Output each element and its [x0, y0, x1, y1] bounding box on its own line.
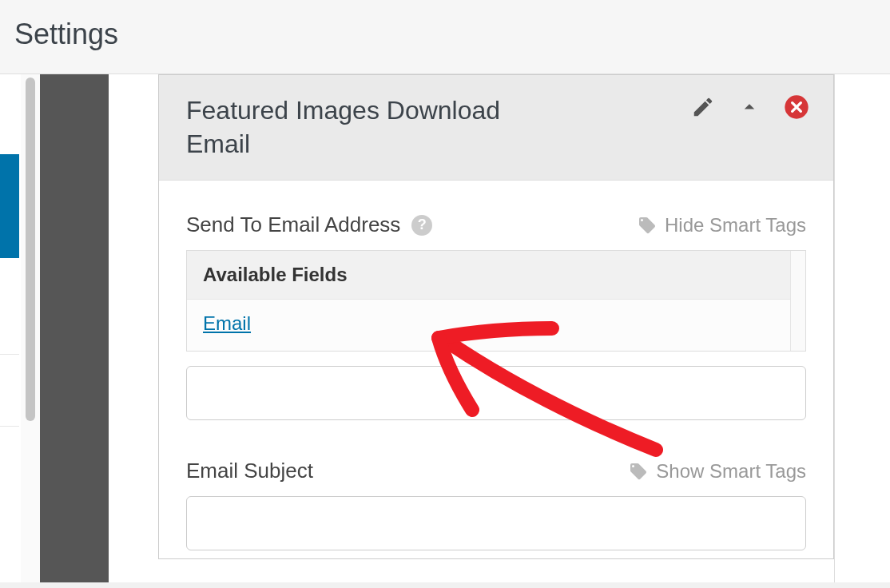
page-title: Settings: [14, 18, 876, 51]
right-gutter: [834, 74, 890, 582]
send-to-label: Send To Email Address ?: [186, 213, 432, 237]
hide-smart-tags-label: Hide Smart Tags: [665, 214, 806, 236]
hide-smart-tags-toggle[interactable]: Hide Smart Tags: [638, 214, 806, 236]
available-fields-box: Available Fields Email: [186, 250, 806, 352]
help-icon[interactable]: ?: [411, 215, 432, 236]
subject-row: Email Subject Show Smart Tags: [186, 459, 806, 483]
subject-label: Email Subject: [186, 459, 313, 483]
notification-panel: Featured Images Download Email: [158, 74, 834, 559]
scrollbar-thumb[interactable]: [26, 77, 35, 421]
panel-body: Send To Email Address ? Hide Smart Tags …: [159, 181, 833, 558]
left-edge: [0, 74, 21, 582]
send-to-input[interactable]: [186, 366, 806, 420]
available-fields-body: Email: [187, 300, 805, 351]
send-to-row: Send To Email Address ? Hide Smart Tags: [186, 213, 806, 237]
builder-sidebar: [40, 74, 109, 582]
main-wrap: Featured Images Download Email: [0, 74, 890, 582]
tag-icon: [638, 216, 657, 235]
panel-actions: [691, 94, 809, 120]
delete-icon[interactable]: [784, 94, 809, 120]
scrollbar-track[interactable]: [21, 74, 40, 582]
show-smart-tags-label: Show Smart Tags: [656, 460, 806, 483]
sidebar-divider: [0, 426, 19, 427]
subject-input[interactable]: [186, 496, 806, 550]
show-smart-tags-toggle[interactable]: Show Smart Tags: [629, 460, 806, 483]
tag-icon: [629, 462, 648, 481]
collapse-icon[interactable]: [737, 95, 761, 119]
sidebar-divider: [0, 354, 19, 355]
panel-header: Featured Images Download Email: [159, 75, 833, 181]
main-area: Featured Images Download Email: [109, 74, 890, 582]
panel-title: Featured Images Download Email: [186, 94, 538, 161]
edit-icon[interactable]: [691, 95, 715, 119]
sidebar-active-indicator: [0, 154, 19, 258]
settings-header: Settings: [0, 0, 890, 74]
subject-label-text: Email Subject: [186, 459, 313, 483]
send-to-label-text: Send To Email Address: [186, 213, 400, 237]
email-field-link[interactable]: Email: [203, 312, 251, 334]
available-fields-header: Available Fields: [187, 251, 805, 300]
